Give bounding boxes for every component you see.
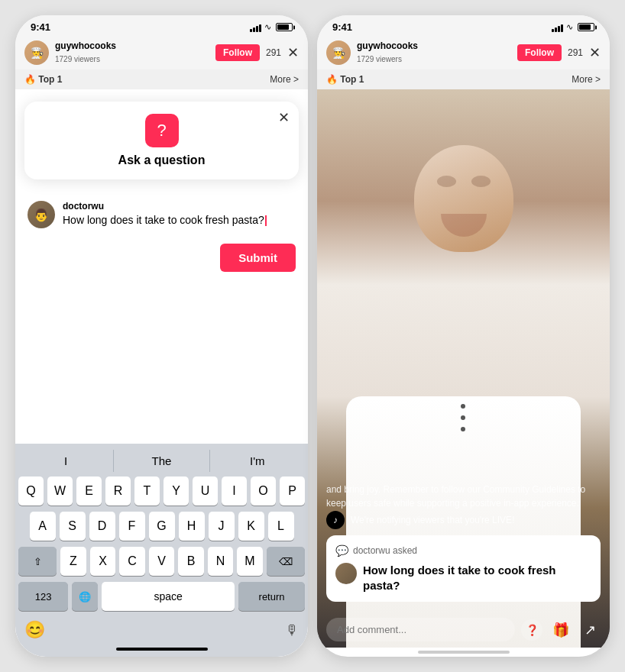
live-notification-text: We're notifying viewers that you're LIVE… [351, 515, 514, 525]
key-r[interactable]: R [105, 477, 131, 506]
key-o[interactable]: O [251, 477, 276, 506]
key-w[interactable]: W [47, 477, 73, 506]
key-f[interactable]: F [119, 512, 145, 541]
key-y[interactable]: Y [164, 477, 189, 506]
question-input-area: 👨 doctorwu How long does it take to cook… [15, 192, 308, 237]
key-numbers[interactable]: 123 [18, 582, 68, 611]
suggestion-i[interactable]: I [18, 450, 114, 472]
right-follow-button[interactable]: Follow [517, 44, 562, 61]
left-status-bar: 9:41 ∿ [15, 15, 308, 36]
left-top-bar: 👨‍🍳 guywhocooks 1729 viewers Follow 291 … [15, 36, 308, 69]
emoji-button[interactable]: 😊 [24, 620, 45, 640]
left-status-time: 9:41 [31, 21, 50, 33]
key-u[interactable]: U [193, 477, 218, 506]
key-x[interactable]: X [90, 547, 116, 576]
asked-by-label: doctorwu asked [353, 545, 417, 556]
ask-question-modal: ✕ ? Ask a question [24, 102, 299, 179]
community-guidelines-text: and bring joy. Remember to follow our Co… [326, 483, 601, 510]
chef-photo: and bring joy. Remember to follow our Co… [317, 89, 610, 648]
key-return[interactable]: return [238, 582, 305, 611]
keyboard-row-4: 123 🌐 space return [18, 582, 305, 611]
question-card-avatar [335, 563, 357, 584]
key-q[interactable]: Q [18, 477, 44, 506]
question-mark-icon: ? [157, 121, 166, 141]
key-globe[interactable]: 🌐 [72, 582, 98, 611]
question-card-body: How long does it take to cook fresh past… [335, 563, 591, 593]
key-g[interactable]: G [149, 512, 175, 541]
left-viewers: 1729 viewers [55, 55, 100, 63]
live-notification-row: ♪ We're notifying viewers that you're LI… [326, 511, 601, 529]
left-viewer-count: 291 [266, 47, 281, 58]
right-banner-bar: 🔥 Top 1 More > [317, 69, 610, 89]
suggestion-the[interactable]: The [114, 450, 209, 472]
tiktok-logo: ♪ [326, 511, 345, 529]
key-t[interactable]: T [134, 477, 160, 506]
key-l[interactable]: L [268, 512, 294, 541]
right-username: guywhocooks [357, 40, 511, 51]
live-content-area: and bring joy. Remember to follow our Co… [317, 89, 610, 648]
key-d[interactable]: D [89, 512, 115, 541]
right-avatar: 👨‍🍳 [326, 40, 351, 65]
key-a[interactable]: A [30, 512, 56, 541]
right-viewers: 1729 viewers [357, 55, 402, 63]
question-username: doctorwu [63, 201, 296, 212]
question-card-text: How long does it take to cook fresh past… [363, 563, 591, 593]
left-status-icons: ∿ [250, 22, 293, 32]
key-s[interactable]: S [60, 512, 86, 541]
wifi-icon: ∿ [264, 22, 271, 32]
right-phone: 9:41 ∿ 👨‍🍳 guywhocooks 1 [317, 15, 610, 657]
question-action-icon[interactable]: ❓ [521, 619, 542, 641]
key-c[interactable]: C [119, 547, 145, 576]
key-shift[interactable]: ⇧ [18, 547, 57, 576]
comment-bar: ❓ 🎁 ↗ [326, 618, 601, 641]
key-n[interactable]: N [208, 547, 234, 576]
modal-close-button[interactable]: ✕ [278, 109, 290, 126]
right-close-button[interactable]: ✕ [589, 44, 601, 61]
text-cursor [265, 215, 267, 226]
left-follow-button[interactable]: Follow [215, 44, 260, 61]
key-p[interactable]: P [280, 477, 305, 506]
right-top-bar: 👨‍🍳 guywhocooks 1729 viewers Follow 291 … [317, 36, 610, 69]
right-viewer-count: 291 [568, 47, 583, 58]
keyboard-suggestions: I The I'm [18, 450, 305, 472]
key-h[interactable]: H [179, 512, 205, 541]
left-close-button[interactable]: ✕ [287, 44, 299, 61]
modal-overlay: ✕ ? Ask a question 👨 doctorwu How long d… [15, 89, 308, 657]
modal-title: Ask a question [37, 153, 287, 167]
right-user-info: guywhocooks 1729 viewers [357, 40, 511, 65]
comment-input[interactable] [326, 618, 515, 641]
suggestion-im[interactable]: I'm [210, 450, 305, 472]
gift-icon[interactable]: 🎁 [550, 619, 572, 641]
left-top-badge: 🔥 Top 1 [24, 74, 62, 85]
question-card-header: 💬 doctorwu asked [335, 544, 591, 557]
left-more-button[interactable]: More > [270, 74, 299, 85]
left-username: guywhocooks [55, 40, 209, 51]
key-space[interactable]: space [102, 582, 235, 611]
right-status-icons: ∿ [552, 22, 594, 32]
right-top-badge: 🔥 Top 1 [326, 74, 364, 85]
key-delete[interactable]: ⌫ [267, 547, 305, 576]
keyboard-row-3: ⇧ Z X C V B N M ⌫ [18, 547, 305, 576]
key-z[interactable]: Z [60, 547, 86, 576]
key-b[interactable]: B [178, 547, 204, 576]
keyboard-row-2: A S D F G H J K L [18, 512, 305, 541]
microphone-button[interactable]: 🎙 [285, 622, 299, 638]
left-phone: 9:41 ∿ 👨‍🍳 guywhocooks 1 [15, 15, 308, 657]
left-user-info: guywhocooks 1729 viewers [55, 40, 209, 65]
share-icon[interactable]: ↗ [579, 619, 601, 641]
home-bar [116, 648, 208, 651]
key-k[interactable]: K [238, 512, 264, 541]
left-avatar: 👨‍🍳 [24, 40, 49, 65]
submit-button[interactable]: Submit [220, 244, 296, 272]
question-card: 💬 doctorwu asked How long does it take t… [326, 535, 601, 602]
key-v[interactable]: V [149, 547, 175, 576]
key-i[interactable]: I [222, 477, 247, 506]
right-more-button[interactable]: More > [572, 74, 601, 85]
question-content: doctorwu How long does it take to cook f… [63, 201, 296, 226]
keyboard: I The I'm Q W E R T Y U I O P [15, 444, 308, 657]
chef-face [414, 145, 513, 252]
key-m[interactable]: M [237, 547, 263, 576]
key-j[interactable]: J [209, 512, 235, 541]
key-e[interactable]: E [76, 477, 102, 506]
question-text: How long does it take to cook fresh past… [63, 214, 296, 226]
